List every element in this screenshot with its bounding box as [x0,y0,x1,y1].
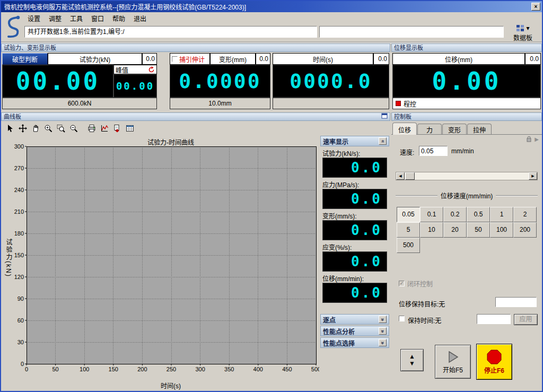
section-performance-analysis[interactable]: 性能点分析 » [320,326,389,336]
deform-section: 捕引伸计 变形(mm) 0.0 0.0000 10.0mm [170,53,270,110]
expand-arrow-icon[interactable]: ▶ [535,136,539,142]
control-panel: 控制板 位移 力 变形 拉伸 ▶ 速度: mm/min ◀ ▶ 位移速度(mm/… [391,112,542,391]
hold-target-input[interactable] [495,297,537,307]
menu-tools[interactable]: 工具 [66,13,87,24]
speed-preset-button[interactable]: 20 [443,222,467,238]
tab-force[interactable]: 力 [417,124,442,134]
menu-help[interactable]: 帮助 [108,13,129,24]
speed-preset-button[interactable]: 200 [513,222,537,238]
force-small-value: 0.0 [142,53,157,65]
speed-preset-button[interactable]: 5 [397,222,420,238]
zoom-out-icon[interactable] [68,123,79,134]
peak-label: 峰值 [116,65,128,74]
hold-time-input[interactable] [477,314,511,324]
hold-time-checkbox[interactable] [399,316,405,321]
tab-deform[interactable]: 变形 [442,124,467,134]
zoom-window-icon[interactable] [55,123,66,134]
rate-panel-title: 速率显示 [323,137,348,146]
force-panel-title: 试验力、变形显示板 [4,44,56,51]
data-status-field[interactable]: 共打开数据1条,当前位置为1,编号:/ [24,26,317,38]
jog-up-down-button[interactable]: ▲ ▼ [400,349,424,371]
down-arrow-icon: ▼ [409,360,415,367]
break-judge-toggle[interactable]: 破型判断 [2,53,48,65]
stop-label: 停止F6 [484,365,504,374]
app-logo-icon [2,13,22,41]
speed-preset-button[interactable]: 50 [467,222,490,238]
expand-button[interactable]: » [379,339,387,346]
lock-icon[interactable] [526,136,532,142]
start-label: 开始F5 [443,365,463,374]
move-crosshair-icon[interactable] [17,123,28,134]
legend-line [396,195,437,196]
stop-octagon-icon [486,349,502,365]
pointer-icon[interactable] [4,123,15,134]
closed-loop-label: 闭环控制 [407,279,433,288]
export-data-icon[interactable] [111,123,122,134]
close-button[interactable]: × [531,3,540,11]
curve-chart[interactable]: 0501001502002503003504004505000306090120… [2,136,319,389]
speed-preset-button[interactable]: 0.1 [420,207,443,222]
dropdown-icon[interactable]: ▾ [526,24,529,32]
curve-panel-title: 曲线板 [4,113,21,120]
collapse-button[interactable]: » [379,137,387,145]
expand-button[interactable]: » [379,327,387,335]
svg-text:500: 500 [311,366,319,372]
closed-loop-checkbox[interactable]: ✓ 闭环控制 [399,279,433,288]
scroll-right-button[interactable]: ▶ [529,172,537,180]
svg-text:150: 150 [14,252,24,258]
chevron-down-icon: » [380,341,386,344]
refresh-icon[interactable] [148,66,155,73]
scroll-left-button[interactable]: ◀ [396,172,405,180]
tab-tension[interactable]: 拉伸 [467,124,492,134]
toolbar-separator [1,42,542,43]
svg-text:180: 180 [14,230,24,237]
tab-displacement[interactable]: 位移 [392,123,417,135]
svg-text:60: 60 [17,317,24,324]
data-table-icon[interactable] [124,123,135,134]
menu-adjust[interactable]: 调整 [45,13,66,24]
force-section: 破型判断 试验力(kN) 0.0 00.00 峰值 00.00 600.0kN [2,53,157,110]
speed-unit-label: mm/min [451,147,474,155]
deform-display: 0.0000 [170,65,270,98]
apply-button[interactable]: 应用 [514,314,538,325]
speed-preset-button[interactable]: 0.2 [443,207,467,222]
aux-field[interactable] [319,26,504,38]
svg-text:100: 100 [80,366,89,372]
print-icon[interactable] [86,123,97,134]
checkbox-icon[interactable] [172,56,178,62]
extensometer-checkbox[interactable]: 捕引伸计 [170,53,210,65]
expand-button[interactable]: » [379,316,387,323]
section-pointwise[interactable]: 逐点 » [320,314,389,325]
float-window-icon[interactable] [381,113,388,120]
curve-chart-icon[interactable] [99,123,110,134]
legend-line [496,195,538,196]
speed-preset-button[interactable]: 0.5 [467,207,490,222]
section-performance-select[interactable]: 性能点选择 » [320,337,389,348]
svg-text:210: 210 [14,208,24,215]
speed-input[interactable] [419,146,448,156]
menu-settings[interactable]: 设置 [23,13,45,24]
control-mini-icons: ▶ [526,136,539,142]
speed-preset-button[interactable]: 2 [513,207,537,222]
start-button[interactable]: 开始F5 [435,345,471,379]
zoom-in-icon[interactable] [42,123,54,134]
menu-window[interactable]: 窗口 [87,13,108,24]
stop-button[interactable]: 停止F6 [476,344,512,380]
speed-preset-button[interactable]: 0.05 [397,207,420,222]
titlebar: 微机控制电液伺服万能试验机测控系统--[预应力混凝土用钢绞线试验(GB/T522… [1,1,542,12]
svg-text:240: 240 [14,187,24,193]
program-control-label: 程控 [404,99,416,108]
rate-label: 变形(mm/s): [322,211,387,219]
speed-preset-button[interactable]: 500 [397,238,420,253]
speed-preset-button[interactable]: 1 [490,207,513,222]
speed-group-legend: 位移速度(mm/min) [396,191,538,200]
menu-exit[interactable]: 退出 [129,13,151,24]
speed-preset-button[interactable]: 10 [420,222,443,238]
hold-target-label: 位移保持目标:无 [399,299,445,308]
speed-scrollbar[interactable]: ◀ ▶ [396,172,538,180]
speed-preset-button[interactable]: 100 [490,222,513,238]
left-arrow-icon: ◀ [399,174,401,178]
pan-hand-icon[interactable] [30,123,41,134]
databoard-button[interactable]: ▾ 数据板 [505,23,541,41]
scroll-thumb[interactable] [405,172,415,180]
